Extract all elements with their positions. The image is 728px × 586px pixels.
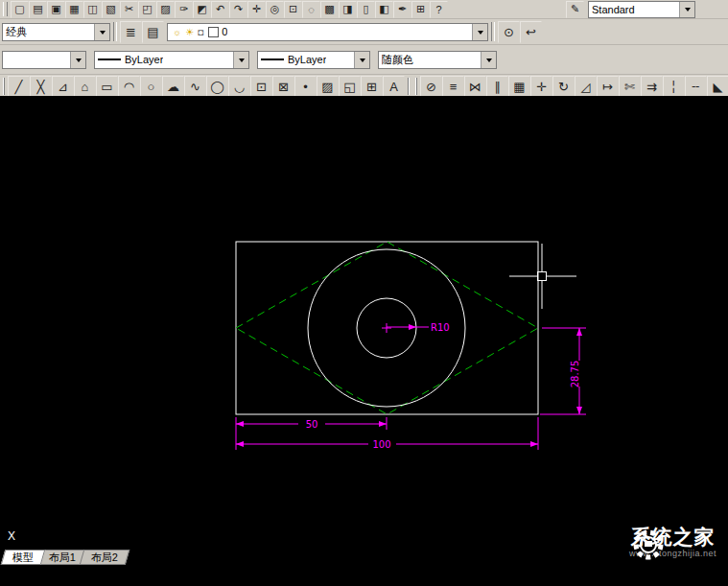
tool-palettes-button[interactable]: ▯ [357,1,375,18]
open-file-button[interactable]: ▤ [29,1,47,18]
redo-button[interactable]: ↷ [229,1,247,18]
layer-properties-manager-button[interactable]: ≣ [120,21,142,43]
properties-button[interactable]: ▩ [320,1,339,18]
text-style-combo[interactable]: Standard [588,1,695,18]
chamfer-icon: ◣ [714,80,723,94]
publish-button[interactable]: ▧ [102,1,120,18]
trim-button[interactable]: ✄ [619,76,641,98]
markup-set-manager-button[interactable]: ✒ [393,1,411,18]
arc-button[interactable]: ◠ [118,76,140,98]
tab-model[interactable]: 模型 [1,550,46,565]
zoom-window-button[interactable]: ⊡ [284,1,302,18]
copy-clip-button[interactable]: ◰ [138,1,156,18]
height-dimension[interactable]: 28.75 [540,328,586,414]
help-button[interactable]: ? [430,1,448,18]
lineweight-combo[interactable]: ByLayer [257,51,370,69]
make-object-layer-current-button[interactable]: ⊙ [498,21,520,43]
rotate-button[interactable]: ↻ [552,76,575,98]
plot-preview-button[interactable]: ◫ [83,1,102,18]
layer-lock-icon[interactable]: ◘ [198,27,203,37]
new-file-button[interactable]: ▢ [11,1,29,18]
region-button[interactable]: ◱ [339,76,361,98]
insert-block-button[interactable]: ⊡ [250,76,272,98]
rectangle-button[interactable]: ▭ [96,76,118,98]
block-editor-button[interactable]: ◩ [193,1,211,18]
table-icon: ⊞ [366,80,377,94]
construction-line-button[interactable]: ╳ [30,76,52,98]
point-button[interactable]: • [294,76,317,98]
toolbar-drag-handle[interactable] [3,78,5,95]
drawing-canvas[interactable]: R10 50 100 [0,96,728,586]
break-at-point-button[interactable]: ╎ [663,76,685,98]
gear-logo-icon [629,526,668,564]
half-width-dimension[interactable]: 50 [236,417,387,450]
scale-button[interactable]: ◿ [575,76,597,98]
ellipse-arc-button[interactable]: ◡ [228,76,250,98]
quickcalc-button[interactable]: ⊞ [411,1,430,18]
match-properties-button[interactable]: ✑ [175,1,193,18]
array-button[interactable]: ▦ [508,76,530,98]
zoom-realtime-button[interactable]: ◎ [266,1,284,18]
draw-modify-toolbar: ╱╳⊿⌂▭◠○☁∿◯◡⊡⊠•▨◱⊞A ⊘≡⋈∥▦✛↻◿↦✄⇉╎╌◣◜✳ [0,75,728,98]
pan-button[interactable]: ✛ [247,1,266,18]
insert-block-icon: ⊡ [256,80,267,94]
make-block-button[interactable]: ⊠ [272,76,294,98]
layer-combo[interactable]: ☼ ☀ ◘ 0 [167,23,488,41]
table-button[interactable]: ⊞ [361,76,383,98]
erase-button[interactable]: ⊘ [420,76,442,98]
cut-button[interactable]: ✂ [120,1,138,18]
stretch-icon: ↦ [602,80,613,94]
extend-button[interactable]: ⇉ [641,76,663,98]
layer-visibility-bulb-icon[interactable]: ☼ [173,27,181,37]
height-dim-label: 28.75 [570,361,580,388]
workspace-combo[interactable]: 经典 [2,23,110,41]
color-combo[interactable] [2,51,86,69]
designcenter-button[interactable]: ◨ [339,1,357,18]
spline-button[interactable]: ∿ [184,76,206,98]
zoom-previous-button[interactable]: ◌ [302,1,320,18]
paste-button[interactable]: ▨ [156,1,175,18]
toolbar-drag-handle[interactable] [3,2,8,15]
plot-style-combo[interactable]: 随颜色 [378,51,497,69]
break-button[interactable]: ╌ [685,76,707,98]
lineweight-value: ByLayer [288,54,326,65]
line-button[interactable]: ╱ [8,76,30,98]
tab-layout2[interactable]: 布局2 [80,550,130,565]
plot-button[interactable]: ▦ [65,1,83,18]
model-space[interactable]: R10 50 100 [0,96,728,586]
redo-icon: ↷ [234,3,243,15]
polygon-button[interactable]: ⌂ [74,76,96,98]
workspace-dropdown-arrow[interactable] [94,24,109,40]
undo-button[interactable]: ↶ [211,1,229,18]
multiline-text-button[interactable]: A [383,76,405,98]
color-dropdown-arrow[interactable] [70,52,85,68]
help-icon: ? [435,4,441,15]
linetype-dropdown-arrow[interactable] [233,52,248,68]
lineweight-dropdown-arrow[interactable] [354,52,369,68]
plot-style-dropdown-arrow[interactable] [481,52,496,68]
copy-object-button[interactable]: ≡ [442,76,464,98]
layer-previous-button[interactable]: ↩ [520,21,542,43]
sheet-set-manager-button[interactable]: ◧ [375,1,393,18]
move-button[interactable]: ✛ [530,76,552,98]
dim-arrowhead [576,407,582,414]
markup-set-manager-icon: ✒ [398,3,407,15]
text-style-button[interactable]: ✎ [566,1,584,18]
layer-freeze-sun-icon[interactable]: ☀ [185,27,194,37]
ellipse-button[interactable]: ◯ [206,76,228,98]
hatch-button[interactable]: ▨ [317,76,339,98]
text-style-dropdown-arrow[interactable] [679,2,694,17]
layer-states-manager-icon: ▤ [147,25,158,39]
toolbar-drag-handle[interactable] [415,78,417,95]
offset-button[interactable]: ∥ [486,76,508,98]
layer-dropdown-arrow[interactable] [472,24,487,40]
save-button[interactable]: ▣ [47,1,65,18]
linetype-combo[interactable]: ByLayer [94,51,249,69]
stretch-button[interactable]: ↦ [597,76,619,98]
circle-button[interactable]: ○ [140,76,162,98]
polyline-button[interactable]: ⊿ [52,76,74,98]
chamfer-button[interactable]: ◣ [707,76,728,98]
layer-states-manager-button[interactable]: ▤ [142,21,164,43]
mirror-button[interactable]: ⋈ [464,76,486,98]
revision-cloud-button[interactable]: ☁ [162,76,184,98]
